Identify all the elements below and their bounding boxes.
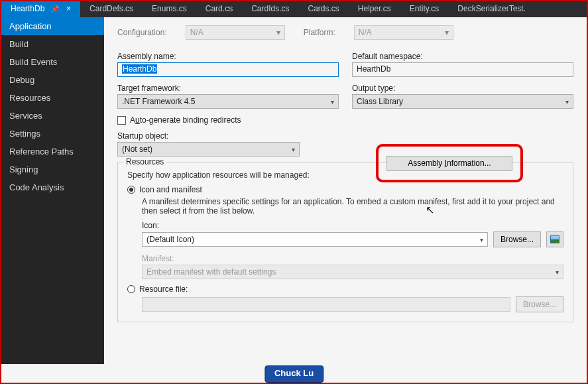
chevron-down-icon: ▾: [565, 98, 569, 105]
project-properties-sidebar: Application Build Build Events Debug Res…: [1, 17, 104, 364]
sidebar-item-services[interactable]: Services: [1, 107, 104, 125]
tab-enums[interactable]: Enums.cs: [143, 1, 196, 17]
sidebar-item-reference-paths[interactable]: Reference Paths: [1, 143, 104, 160]
startup-object-combo[interactable]: (Not set) ▾: [117, 142, 300, 157]
output-type-combo[interactable]: Class Library ▾: [352, 94, 573, 109]
output-type-label: Output type:: [352, 84, 573, 93]
tab-carddefs[interactable]: CardDefs.cs: [80, 1, 143, 17]
resource-file-input: [142, 297, 510, 312]
icon-browse-button[interactable]: Browse...: [493, 231, 541, 247]
chevron-down-icon: ▾: [556, 269, 559, 276]
chevron-down-icon: ▾: [292, 146, 295, 153]
icon-manifest-radio[interactable]: [127, 186, 135, 194]
sidebar-item-code-analysis[interactable]: Code Analysis: [1, 178, 104, 196]
chevron-down-icon: ▾: [331, 98, 334, 105]
sidebar-item-debug[interactable]: Debug: [1, 71, 104, 89]
tab-deckserializer[interactable]: DeckSerializerTest.: [448, 1, 535, 17]
manifest-combo: Embed manifest with default settings ▾: [142, 265, 563, 279]
autogen-redirects-label[interactable]: Auto-generate binding redirects: [130, 115, 241, 125]
tab-hearthdb[interactable]: HearthDb 📌 ×: [1, 1, 80, 17]
sidebar-item-application[interactable]: Application: [1, 17, 104, 35]
sidebar-item-build-events[interactable]: Build Events: [1, 53, 104, 71]
resources-legend: Resources: [123, 157, 166, 166]
platform-combo: N/A ▾: [354, 25, 453, 40]
assembly-name-label: Assembly name:: [117, 52, 339, 61]
icon-preview: [546, 231, 563, 247]
picture-icon: [550, 235, 559, 243]
startup-object-label: Startup object:: [117, 131, 300, 141]
tab-helper[interactable]: Helper.cs: [349, 1, 400, 17]
resources-group: Resources Specify how application resour…: [117, 162, 573, 322]
platform-label: Platform:: [304, 28, 335, 37]
chevron-down-icon: ▾: [445, 28, 449, 37]
resource-file-browse-button: Browse...: [516, 296, 563, 312]
sidebar-item-signing[interactable]: Signing: [1, 160, 104, 178]
resource-file-radio[interactable]: [127, 285, 135, 293]
sidebar-item-build[interactable]: Build: [1, 35, 104, 53]
editor-tabstrip: HearthDb 📌 × CardDefs.cs Enums.cs Card.c…: [1, 1, 587, 17]
pin-icon[interactable]: 📌: [51, 5, 59, 13]
tab-card[interactable]: Card.cs: [196, 1, 242, 17]
sidebar-item-resources[interactable]: Resources: [1, 89, 104, 107]
icon-manifest-label[interactable]: Icon and manifest: [139, 185, 202, 194]
assembly-information-button[interactable]: Assembly Information...: [386, 156, 512, 171]
tab-cards[interactable]: Cards.cs: [298, 1, 348, 17]
resource-file-label[interactable]: Resource file:: [139, 285, 188, 294]
assembly-name-input[interactable]: HearthDb: [117, 62, 339, 77]
application-panel: Configuration: N/A ▾ Platform: N/A ▾ Ass…: [104, 17, 587, 364]
configuration-label: Configuration:: [117, 28, 167, 37]
chevron-down-icon: ▾: [480, 236, 483, 243]
autogen-redirects-checkbox[interactable]: [117, 116, 126, 125]
target-framework-combo[interactable]: .NET Framework 4.5 ▾: [117, 94, 339, 109]
default-namespace-label: Default namespace:: [352, 52, 573, 61]
target-framework-label: Target framework:: [117, 84, 339, 93]
author-badge: Chuck Lu: [265, 365, 323, 383]
icon-manifest-desc: A manifest determines specific settings …: [142, 197, 563, 216]
sidebar-item-settings[interactable]: Settings: [1, 125, 104, 143]
close-icon[interactable]: ×: [66, 4, 71, 13]
assembly-info-highlight: Assembly Information...: [376, 144, 523, 182]
chevron-down-icon: ▾: [276, 28, 280, 37]
default-namespace-input[interactable]: HearthDb: [352, 62, 573, 77]
tab-label: HearthDb: [11, 4, 44, 13]
configuration-combo: N/A ▾: [186, 25, 285, 40]
icon-combo[interactable]: (Default Icon) ▾: [142, 232, 488, 247]
manifest-label: Manifest:: [142, 254, 563, 263]
tab-cardids[interactable]: CardIds.cs: [242, 1, 298, 17]
tab-entity[interactable]: Entity.cs: [400, 1, 448, 17]
icon-label: Icon:: [142, 221, 563, 230]
